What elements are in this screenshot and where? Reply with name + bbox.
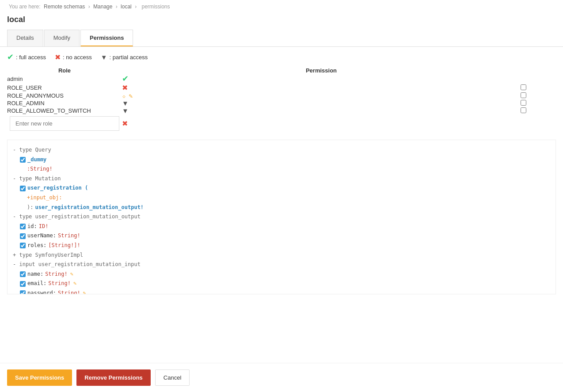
legend-full-access-label: : full access (16, 54, 46, 61)
role-cell-role-anonymous: ROLE_ANONYMOUS (7, 92, 122, 99)
legend-partial-access-label: : partial access (110, 54, 148, 61)
schema-text: String! (45, 270, 68, 279)
new-role-input[interactable] (10, 116, 119, 131)
tab-modify[interactable]: Modify (44, 30, 80, 46)
breadcrumb-sep2: › (116, 4, 119, 10)
perm-cell-role-anonymous[interactable]: ⬦ ✎ (122, 92, 521, 99)
check-cell-role-user[interactable] (521, 84, 556, 92)
check-cell-role-admin[interactable] (521, 99, 556, 107)
schema-text: roles: (27, 241, 46, 251)
schema-line: id:ID! (13, 222, 550, 232)
schema-view: - type Query _dummy :String! - type Muta… (7, 140, 556, 294)
schema-line: _dummy (13, 155, 550, 165)
table-row: ROLE_ALLOWED_TO_SWITCH ▼ (7, 107, 556, 114)
table-row: ROLE_USER ✖ (7, 84, 556, 92)
schema-text: ID! (39, 222, 49, 232)
perm-cell-admin: ✔ (122, 74, 521, 84)
legend-no-access-label: : no access (63, 54, 92, 61)
permissions-table: Role Permission admin ✔ ROLE_USER ✖ (7, 67, 556, 133)
schema-checkbox[interactable] (20, 271, 26, 277)
schema-line: ):user_registration_mutation_output! (13, 203, 550, 213)
schema-line: - type user_registration_mutation_output (13, 212, 550, 222)
permissions-table-wrapper: Role Permission admin ✔ ROLE_USER ✖ (0, 67, 563, 133)
schema-text: email: (27, 279, 46, 289)
schema-line: +input_obj: (13, 193, 550, 203)
edit-icon: ✎ (83, 289, 86, 294)
schema-line: password:String!✎ (13, 289, 550, 294)
check-cell-role-anonymous[interactable] (521, 92, 556, 99)
schema-line: user_registration ( (13, 183, 550, 193)
legend: ✔ : full access ✖ : no access ▼ : partia… (0, 47, 563, 67)
breadcrumb-sep3: › (135, 4, 138, 10)
tab-details[interactable]: Details (7, 30, 43, 46)
col-header-check (521, 67, 556, 74)
filter-icon: ▼ (101, 53, 107, 61)
schema-line: userName:String! (13, 231, 550, 241)
edit-icon: ✎ (129, 93, 133, 99)
schema-text: + type SymfonyUserImpl (13, 251, 83, 260)
role-cell-admin: admin (7, 74, 122, 84)
legend-full-access: ✔ : full access (7, 52, 46, 62)
schema-checkbox[interactable] (20, 281, 26, 287)
schema-text: String! (58, 289, 80, 294)
schema-line: name:String!✎ (13, 270, 550, 279)
schema-text: +input_obj: (27, 193, 62, 203)
no-access-new-icon: ✖ (122, 120, 128, 127)
role-cell-role-admin: ROLE_ADMIN (7, 99, 122, 107)
new-role-cell[interactable] (7, 114, 122, 133)
tab-bar: Details Modify Permissions (0, 30, 563, 47)
schema-text: String! (58, 231, 80, 241)
schema-text: - type Mutation (13, 174, 61, 184)
schema-checkbox[interactable] (20, 290, 26, 294)
legend-partial-access: ▼ : partial access (101, 53, 148, 61)
schema-text: [String!]! (48, 241, 80, 251)
perm-cell-role-allowed: ▼ (122, 107, 521, 114)
full-access-icon: ✔ (122, 74, 129, 83)
schema-line: - type Mutation (13, 174, 550, 184)
filter-icon-role-allowed: ▼ (122, 107, 129, 114)
schema-checkbox[interactable] (20, 157, 26, 163)
breadcrumb-manage[interactable]: Manage (93, 4, 112, 10)
filter-partial-icon: ⬦ (122, 92, 126, 99)
schema-text: id: (27, 222, 37, 232)
filter-icon-role-admin: ▼ (122, 99, 129, 107)
times-icon: ✖ (55, 53, 61, 61)
schema-text: String! (48, 279, 71, 289)
tab-permissions[interactable]: Permissions (80, 30, 133, 46)
schema-text: - type user_registration_mutation_output (13, 212, 141, 222)
schema-checkbox[interactable] (20, 224, 26, 229)
schema-text: user_registration ( (27, 183, 88, 193)
role-cell-role-user: ROLE_USER (7, 84, 122, 92)
schema-line: - input user_registration_mutation_input (13, 260, 550, 270)
schema-text: _dummy (27, 155, 46, 165)
schema-checkbox[interactable] (20, 186, 26, 191)
schema-checkbox[interactable] (20, 233, 26, 239)
breadcrumb-remote-schemas[interactable]: Remote schemas (44, 4, 85, 10)
schema-checkbox[interactable] (20, 243, 26, 248)
table-row: admin ✔ (7, 74, 556, 84)
check-cell-new-role (521, 114, 556, 133)
schema-line: + type SymfonyUserImpl (13, 251, 550, 260)
row-checkbox-role-user[interactable] (521, 84, 526, 90)
schema-text: userName: (27, 231, 56, 241)
perm-cell-role-admin: ▼ (122, 99, 521, 107)
schema-text: :String! (27, 164, 53, 174)
schema-line: :String! (13, 164, 550, 174)
breadcrumb-local[interactable]: local (121, 4, 132, 10)
check-cell-role-allowed[interactable] (521, 107, 556, 114)
schema-text: user_registration_mutation_output! (35, 203, 144, 213)
table-row: ROLE_ANONYMOUS ⬦ ✎ (7, 92, 556, 99)
breadcrumb-prefix: You are here: (9, 4, 41, 10)
schema-text: - type Query (13, 145, 51, 155)
row-checkbox-role-anonymous[interactable] (521, 92, 526, 98)
row-checkbox-role-allowed[interactable] (521, 107, 526, 113)
check-cell-admin (521, 74, 556, 84)
col-header-permission: Permission (122, 67, 521, 74)
edit-icon: ✎ (73, 279, 76, 289)
checkmark-icon: ✔ (7, 52, 14, 62)
schema-text: ): (27, 203, 33, 213)
role-cell-role-allowed: ROLE_ALLOWED_TO_SWITCH (7, 107, 122, 114)
row-checkbox-role-admin[interactable] (521, 100, 526, 106)
perm-cell-new-role: ✖ (122, 114, 521, 133)
perm-cell-role-user: ✖ (122, 84, 521, 92)
